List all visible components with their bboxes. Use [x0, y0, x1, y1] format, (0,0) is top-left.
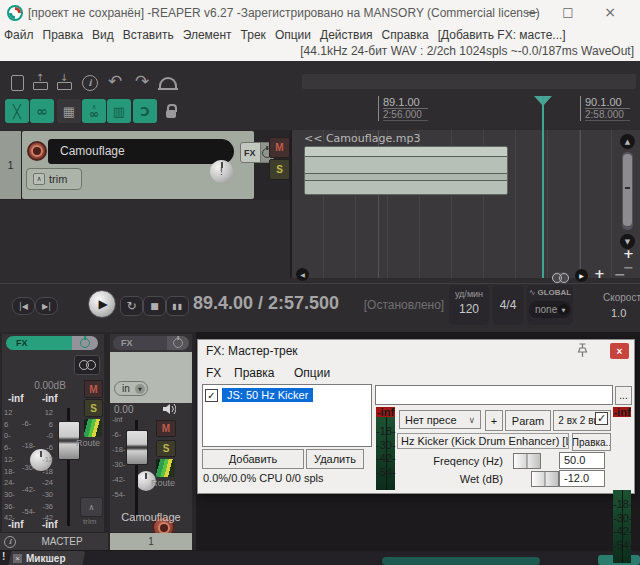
add-fx-button[interactable]: Добавить	[202, 449, 304, 469]
playrate-value[interactable]: 1.0	[611, 307, 626, 319]
menu-track[interactable]: Трек	[241, 28, 266, 42]
menu-actions[interactable]: Действия	[320, 28, 373, 42]
fx-window-close-button[interactable]: ×	[610, 343, 629, 359]
master-name-bar[interactable]: i МАСТЕР	[0, 533, 108, 550]
bpm-box[interactable]: уд/мин 120	[449, 285, 489, 325]
master-mono-button[interactable]	[74, 355, 100, 375]
fx-menu-options[interactable]: Опции	[294, 366, 330, 380]
minimize-button[interactable]: —	[518, 2, 546, 23]
fx-plugin-name[interactable]: JS: 50 Hz Kicker	[222, 388, 313, 402]
track1-fx-bypass[interactable]	[167, 336, 189, 350]
zoom-in-horizontal-button[interactable]: +	[594, 266, 605, 281]
go-to-end-button[interactable]: ▶|	[35, 297, 58, 315]
envelope-link-button[interactable]: ∞	[30, 99, 54, 123]
mixer-tab[interactable]: × Микшер	[13, 551, 66, 565]
track-layout-button[interactable]	[552, 272, 569, 283]
param-button[interactable]: Param	[505, 410, 551, 431]
track1-fx-button[interactable]: FX	[113, 336, 189, 350]
wet-value[interactable]: -12.0	[559, 470, 605, 487]
zoom-in-vertical-button[interactable]: +	[621, 246, 636, 261]
menu-item[interactable]: Элемент	[183, 28, 232, 42]
transport-time-display[interactable]: 89.4.00 / 2:57.500	[193, 293, 339, 314]
pin-icon[interactable]	[576, 343, 589, 358]
master-trim-button[interactable]: ∧	[80, 497, 103, 517]
speaker-icon[interactable]	[162, 403, 176, 415]
play-button[interactable]: ▶	[88, 290, 116, 318]
track1-mute-button[interactable]: M	[156, 420, 176, 437]
bpm-value[interactable]: 120	[449, 302, 489, 316]
media-item[interactable]	[304, 146, 508, 195]
track-mute-button[interactable]: M	[269, 137, 290, 158]
global-automation-box[interactable]: ∿ GLOBAL none ▼	[527, 285, 573, 325]
pause-button[interactable]: ▮▮	[166, 296, 189, 316]
wet-slider[interactable]	[531, 471, 559, 487]
time-signature[interactable]: 4/4	[493, 285, 523, 325]
remove-fx-button[interactable]: Удалить	[306, 449, 364, 469]
menu-last-action[interactable]: [Добавить FX: масте...]	[438, 28, 566, 42]
item-group-button[interactable]: ∧ ∞	[82, 99, 106, 123]
open-project-button[interactable]: ↓	[53, 72, 75, 94]
master-fx-button[interactable]: FX	[6, 336, 98, 350]
tab-close-icon[interactable]: ×	[13, 554, 22, 563]
menu-insert[interactable]: Вставить	[123, 28, 174, 42]
master-solo-button[interactable]: S	[84, 399, 103, 417]
master-mute-button[interactable]: M	[84, 380, 103, 398]
repeat-button[interactable]: ↻	[120, 296, 143, 316]
track1-number-bar[interactable]: 1	[110, 533, 192, 550]
fx-enabled-checkbox[interactable]: ✓	[205, 389, 218, 402]
metronome-button[interactable]	[157, 72, 179, 94]
global-automation-dropdown[interactable]: none ▼	[529, 301, 571, 318]
menu-file[interactable]: Файл	[4, 28, 34, 42]
track1-route-button[interactable]	[156, 459, 175, 477]
fx-active-checkbox[interactable]: ✓	[595, 412, 608, 425]
plugin-edit-button[interactable]: Правка..	[572, 433, 611, 451]
track-solo-button[interactable]: S	[269, 159, 290, 180]
lock-button[interactable]	[159, 99, 183, 123]
go-to-start-button[interactable]: |◀	[12, 297, 35, 315]
track1-fader[interactable]	[126, 430, 148, 465]
snap-button[interactable]: Ɔ	[133, 99, 157, 123]
redo-button[interactable]: ↷	[131, 70, 153, 92]
master-fx-bypass[interactable]	[72, 336, 98, 350]
save-preset-button[interactable]: +	[485, 410, 503, 431]
ruler-marker[interactable]: 89.1.00 2:56.000	[378, 96, 428, 121]
auto-crossfade-button[interactable]: ╳	[5, 99, 29, 123]
maximize-button[interactable]: □	[554, 2, 582, 23]
save-project-button[interactable]: ↑	[29, 72, 51, 94]
stop-button[interactable]: ■	[143, 296, 166, 316]
menu-help[interactable]: Справка	[382, 28, 429, 42]
scroll-up-button[interactable]: ▲	[620, 134, 635, 149]
fx-menu-edit[interactable]: Правка	[234, 366, 275, 380]
frequency-value[interactable]: 50.0	[559, 452, 605, 469]
track1-input-button[interactable]: in ▼	[114, 381, 148, 396]
close-button[interactable]: ×	[596, 2, 624, 23]
record-arm-button[interactable]	[27, 141, 47, 161]
scroll-right-button[interactable]: ▶	[575, 269, 588, 282]
fx-chain-item[interactable]: ✓ JS: 50 Hz Kicker	[203, 385, 371, 405]
track-volume-knob[interactable]: !	[210, 160, 233, 183]
vertical-scrollbar-thumb[interactable]	[623, 154, 632, 226]
scroll-left-button[interactable]: ◀	[296, 268, 309, 281]
grouping-button[interactable]: ▦	[57, 99, 81, 123]
fx-comment-field[interactable]	[375, 385, 613, 405]
undo-button[interactable]: ↶	[104, 70, 126, 92]
frequency-slider[interactable]	[513, 453, 541, 469]
browse-button[interactable]: ...	[615, 386, 632, 405]
new-project-button[interactable]	[6, 72, 28, 94]
ruler-marker[interactable]: 90.1.00 2:58.000	[580, 96, 630, 121]
menu-edit[interactable]: Правка	[43, 28, 84, 42]
fx-chain-list[interactable]: ✓ JS: 50 Hz Kicker	[202, 384, 372, 447]
menu-view[interactable]: Вид	[92, 28, 114, 42]
fx-menu-fx[interactable]: FX	[206, 366, 221, 380]
track1-name[interactable]: Camouflage	[110, 511, 192, 523]
project-settings-button[interactable]: i	[79, 72, 101, 94]
master-route-button[interactable]	[84, 419, 102, 437]
track-name[interactable]: Camouflage	[48, 139, 234, 164]
track1-solo-button[interactable]: S	[156, 440, 176, 457]
menu-options[interactable]: Опции	[275, 28, 311, 42]
zoom-out-horizontal-button[interactable]: −	[614, 266, 626, 282]
grid-lines-button[interactable]: ▥	[107, 99, 131, 123]
cpu-status: 0.0%/0.0% CPU 0/0 spls	[203, 472, 323, 484]
preset-dropdown[interactable]: Нет пресе ∨	[399, 410, 481, 429]
track-envelope-button[interactable]: ∧ trim	[26, 168, 82, 190]
